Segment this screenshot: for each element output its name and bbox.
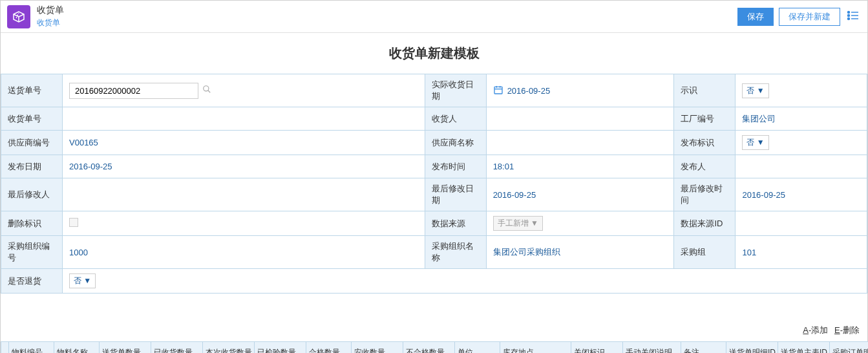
form-label: 发布日期	[1, 155, 63, 178]
form-label: 收货人	[425, 107, 486, 131]
form-value: 18:01	[486, 155, 674, 178]
table-header: 送货单数量	[100, 342, 151, 354]
form-grid: 送货单号实际收货日期2016-09-25示识否 ▼收货单号收货人工厂编号集团公司…	[1, 74, 867, 294]
table-header: 库存地点	[500, 342, 571, 354]
table-header: 送货单明细ID	[726, 342, 778, 354]
svg-point-2	[848, 15, 850, 17]
form-select[interactable]: 否 ▼	[69, 273, 96, 288]
form-label: 最后修改时间	[674, 178, 736, 211]
save-button[interactable]: 保存	[737, 8, 774, 26]
delivery-no-input[interactable]	[69, 83, 198, 99]
form-label: 送货单号	[1, 74, 63, 107]
add-row-button[interactable]: A-添加	[803, 325, 828, 335]
form-label: 最后修改日期	[425, 178, 486, 211]
svg-line-7	[208, 90, 211, 92]
table-header: 合格数量	[306, 342, 352, 354]
detail-table: 物料编号物料名称送货单数量已收货数量本次收货数量已检验数量合格数量安收数量不合格…	[1, 341, 868, 353]
page-title: 收货单	[37, 5, 64, 16]
form-label: 数据来源ID	[674, 211, 736, 236]
form-label: 最后修改人	[1, 178, 63, 211]
form-label: 实际收货日期	[425, 74, 486, 107]
form-label: 采购组织名称	[425, 236, 486, 269]
form-value: 手工新增 ▼	[486, 211, 674, 236]
form-value: 2016-09-25	[486, 74, 674, 107]
table-header: 关闭标识	[571, 342, 623, 354]
action-bar: A-添加 E-删除	[1, 319, 867, 341]
form-value: 1000	[63, 236, 425, 269]
form-label: 发布人	[674, 155, 736, 178]
form-value: 否 ▼	[736, 131, 867, 155]
delete-flag-checkbox[interactable]	[69, 218, 78, 227]
table-header: 不合格数量	[403, 342, 455, 354]
form-value	[63, 74, 425, 107]
table-header: 已收货数量	[151, 342, 203, 354]
search-icon[interactable]	[202, 85, 211, 96]
form-value: 2016-09-25	[63, 155, 425, 178]
form-value: 2016-09-25	[486, 178, 674, 211]
svg-point-4	[848, 18, 850, 20]
form-value: 否 ▼	[63, 269, 867, 294]
form-value	[486, 107, 674, 131]
form-label: 供应商编号	[1, 131, 63, 155]
table-header: 备注	[681, 342, 726, 354]
calendar-icon[interactable]	[493, 85, 503, 97]
form-label: 收货单号	[1, 107, 63, 131]
form-value: V00165	[63, 131, 425, 155]
svg-point-0	[848, 12, 850, 14]
table-header: 已检验数量	[255, 342, 306, 354]
breadcrumb-link[interactable]: 收货单	[37, 17, 64, 28]
form-value: 2016-09-25	[736, 178, 867, 211]
form-label: 示识	[674, 74, 736, 107]
form-value	[63, 178, 425, 211]
table-header: 单位	[455, 342, 500, 354]
form-label: 数据来源	[425, 211, 486, 236]
table-header: 物料编号	[9, 342, 54, 354]
page-header: 收货单 收货单 保存 保存并新建	[1, 1, 867, 33]
form-value: 集团公司	[736, 107, 867, 131]
form-value: 101	[736, 236, 867, 269]
form-select[interactable]: 否 ▼	[742, 83, 768, 98]
form-value: 集团公司采购组织	[486, 236, 674, 269]
form-title: 收货单新建模板	[1, 33, 867, 74]
form-label: 发布时间	[425, 155, 486, 178]
svg-point-6	[204, 85, 209, 91]
delete-row-button[interactable]: E-删除	[834, 325, 860, 335]
module-icon	[7, 5, 30, 28]
form-label: 删除标识	[1, 211, 63, 236]
save-and-new-button[interactable]: 保存并新建	[779, 8, 840, 26]
table-header: 采购订单明细	[830, 342, 869, 354]
form-label: 采购组	[674, 236, 736, 269]
form-value	[736, 155, 867, 178]
table-header: 手动关闭说明	[623, 342, 681, 354]
table-header: 安收数量	[352, 342, 403, 354]
form-value	[63, 107, 425, 131]
form-value	[736, 211, 867, 236]
form-label: 是否退货	[1, 269, 63, 294]
form-label: 采购组织编号	[1, 236, 63, 269]
form-select[interactable]: 否 ▼	[742, 135, 768, 150]
table-header	[1, 342, 9, 354]
form-label: 供应商名称	[425, 131, 486, 155]
form-label: 工厂编号	[674, 107, 736, 131]
menu-icon[interactable]	[845, 8, 861, 25]
table-header: 物料名称	[54, 342, 100, 354]
form-value: 否 ▼	[736, 74, 867, 107]
table-header: 本次收货数量	[203, 342, 255, 354]
svg-rect-8	[494, 87, 502, 94]
form-value	[63, 211, 425, 236]
data-source-select: 手工新增 ▼	[493, 216, 543, 231]
form-label: 发布标识	[674, 131, 736, 155]
table-header: 送货单主表ID	[778, 342, 830, 354]
form-value	[486, 131, 674, 155]
